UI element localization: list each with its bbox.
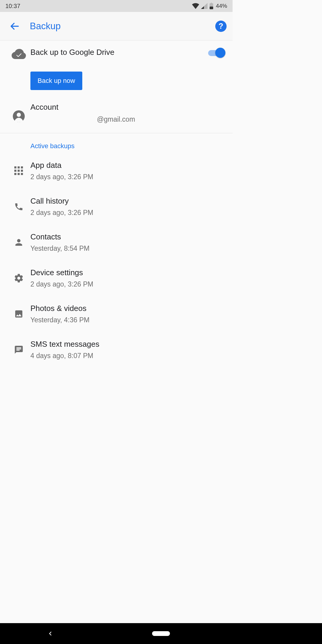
svg-rect-2 <box>210 7 213 9</box>
content: Back up to Google Drive Back up now Acco… <box>0 41 233 368</box>
person-icon <box>14 237 24 247</box>
item-sub: 2 days ago, 3:26 PM <box>30 209 93 217</box>
backup-toggle[interactable] <box>208 48 225 58</box>
item-sub: Yesterday, 8:54 PM <box>30 244 89 253</box>
svg-rect-9 <box>18 170 20 172</box>
svg-rect-7 <box>21 166 23 168</box>
message-icon <box>14 345 24 354</box>
apps-grid-icon <box>14 166 23 175</box>
svg-rect-11 <box>14 173 16 175</box>
item-title: Photos & videos <box>30 304 89 313</box>
status-bar: 10:37 44% <box>0 0 233 12</box>
item-device-settings[interactable]: Device settings 2 days ago, 3:26 PM <box>0 260 233 296</box>
item-photos-videos[interactable]: Photos & videos Yesterday, 4:36 PM <box>0 296 233 332</box>
item-call-history[interactable]: Call history 2 days ago, 3:26 PM <box>0 189 233 225</box>
item-title: Device settings <box>30 268 93 277</box>
item-title: App data <box>30 161 93 170</box>
account-row[interactable]: Account @gmail.com <box>0 97 233 133</box>
item-sub: 2 days ago, 3:26 PM <box>30 173 93 181</box>
backup-to-drive-row[interactable]: Back up to Google Drive <box>0 41 233 66</box>
svg-rect-5 <box>14 166 16 168</box>
page-title: Backup <box>30 21 215 32</box>
battery-icon <box>209 3 213 9</box>
status-time: 10:37 <box>5 3 20 10</box>
back-button[interactable] <box>6 21 24 31</box>
cloud-check-icon <box>12 49 26 59</box>
cell-signal-icon <box>201 3 208 9</box>
item-title: Contacts <box>30 232 89 242</box>
item-sub: Yesterday, 4:36 PM <box>30 316 89 324</box>
backup-now-button[interactable]: Back up now <box>30 72 82 90</box>
item-sub: 2 days ago, 3:26 PM <box>30 280 93 288</box>
item-app-data[interactable]: App data 2 days ago, 3:26 PM <box>0 153 233 189</box>
svg-rect-6 <box>18 166 20 168</box>
svg-point-4 <box>17 113 21 117</box>
account-label: Account <box>30 103 225 112</box>
wifi-icon <box>192 3 199 9</box>
help-button[interactable]: ? <box>215 21 227 32</box>
svg-rect-8 <box>14 170 16 172</box>
item-sub: 4 days ago, 8:07 PM <box>30 352 99 360</box>
section-active-backups: Active backups <box>0 133 233 153</box>
battery-percent: 44% <box>216 3 227 9</box>
backup-now-row: Back up now <box>0 66 233 97</box>
arrow-left-icon <box>10 21 20 31</box>
help-icon: ? <box>219 21 223 31</box>
item-title: Call history <box>30 196 93 206</box>
account-email: @gmail.com <box>30 115 225 123</box>
item-contacts[interactable]: Contacts Yesterday, 8:54 PM <box>0 225 233 260</box>
status-icons: 44% <box>192 3 227 9</box>
backup-toggle-label: Back up to Google Drive <box>30 48 202 57</box>
account-icon <box>13 110 25 122</box>
app-bar: Backup ? <box>0 12 233 41</box>
image-icon <box>14 309 24 319</box>
svg-rect-10 <box>21 170 23 172</box>
item-title: SMS text messages <box>30 340 99 349</box>
svg-rect-1 <box>211 3 212 4</box>
gear-icon <box>14 273 24 283</box>
svg-rect-13 <box>21 173 23 175</box>
phone-icon <box>14 202 24 211</box>
svg-rect-12 <box>18 173 20 175</box>
item-sms[interactable]: SMS text messages 4 days ago, 8:07 PM <box>0 332 233 368</box>
